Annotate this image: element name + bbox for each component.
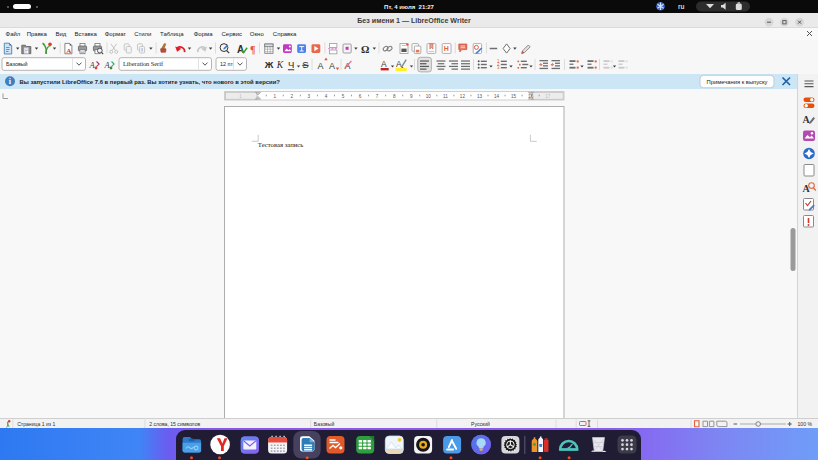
svg-text:А: А: [329, 61, 335, 71]
svg-text:Страница 1 из 1: Страница 1 из 1: [17, 421, 55, 427]
svg-text:12: 12: [460, 94, 466, 99]
svg-text:¶: ¶: [250, 44, 255, 55]
svg-text:17: 17: [545, 94, 551, 99]
svg-text:S: S: [302, 59, 308, 70]
svg-text:5: 5: [342, 94, 345, 99]
svg-text:13: 13: [477, 94, 483, 99]
svg-text:6: 6: [359, 94, 362, 99]
svg-text:Базовый: Базовый: [314, 421, 335, 427]
svg-text:A: A: [89, 60, 96, 70]
svg-text:1: 1: [273, 94, 276, 99]
svg-text:H: H: [444, 45, 449, 52]
svg-text:Базовый: Базовый: [6, 61, 28, 67]
svg-text:А: А: [318, 61, 324, 71]
svg-text:К: К: [276, 60, 284, 70]
svg-text:2 слова, 15 символов: 2 слова, 15 символов: [149, 421, 200, 427]
svg-text:Ж: Ж: [264, 59, 274, 70]
svg-text:2: 2: [291, 94, 294, 99]
svg-text:Русский: Русский: [471, 421, 490, 427]
svg-text:7: 7: [376, 94, 379, 99]
svg-text:A: A: [66, 47, 71, 55]
svg-text:ru: ru: [678, 3, 685, 10]
svg-text:12 пт: 12 пт: [220, 61, 233, 67]
svg-text:1: 1: [239, 94, 242, 99]
svg-text:11: 11: [443, 94, 448, 99]
svg-text:Примечания к выпуску: Примечания к выпуску: [707, 79, 768, 85]
svg-text:Ω: Ω: [361, 44, 369, 55]
svg-text:Вы запустили LibreOffice 7.6 в: Вы запустили LibreOffice 7.6 в первый ра…: [20, 79, 281, 85]
svg-text:100 %: 100 %: [798, 421, 813, 427]
svg-text:4: 4: [325, 94, 328, 99]
svg-text:3: 3: [497, 65, 500, 70]
svg-text:A: A: [237, 44, 244, 55]
svg-text:Ч: Ч: [288, 59, 294, 70]
svg-text:Тестовая запись: Тестовая запись: [258, 141, 304, 148]
svg-text:10: 10: [426, 94, 432, 99]
svg-text:A: A: [104, 60, 111, 70]
svg-text:8: 8: [393, 94, 396, 99]
svg-text:А: А: [381, 59, 387, 69]
svg-text:3: 3: [308, 94, 311, 99]
svg-text:Liberation Serif: Liberation Serif: [123, 60, 164, 67]
svg-text:А: А: [396, 59, 402, 69]
svg-text:9: 9: [410, 94, 413, 99]
svg-text:14: 14: [494, 94, 500, 99]
svg-text:15: 15: [511, 94, 517, 99]
